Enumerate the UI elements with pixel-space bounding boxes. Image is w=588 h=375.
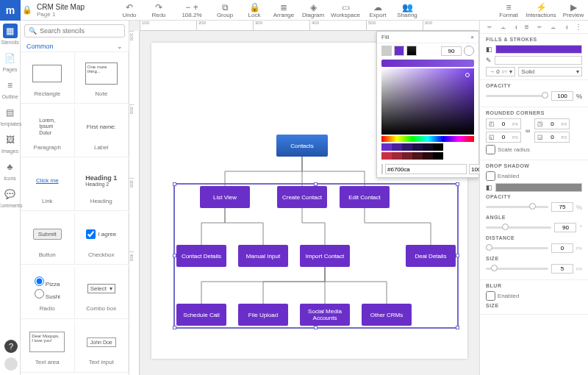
stroke-color-bar[interactable]: [495, 56, 582, 65]
shadow-color-icon: ◧: [486, 184, 492, 191]
gradient-bar[interactable]: [381, 60, 474, 67]
format-icon: ≡: [494, 2, 523, 12]
fill-none[interactable]: [381, 46, 392, 56]
corner-br[interactable]: ◲ PX: [534, 132, 570, 143]
diagram-icon: ◈: [298, 2, 328, 12]
undo-button[interactable]: ↶Undo: [115, 2, 144, 18]
chevron-down-icon: ⌄: [117, 43, 123, 50]
hue-slider[interactable]: [381, 136, 474, 142]
corner-tr[interactable]: ◳ PX: [534, 118, 570, 129]
fill-solid[interactable]: [394, 46, 404, 56]
shadow-enabled-check[interactable]: Enabled: [486, 171, 582, 181]
corner-bl[interactable]: ◱ PX: [486, 132, 521, 143]
stencil-combo[interactable]: Select▾Combo box: [75, 268, 129, 319]
stencil-checkbox[interactable]: I agreeCheckbox: [75, 213, 129, 265]
doc-title: CRM Site Map: [37, 3, 112, 11]
close-icon[interactable]: ×: [470, 34, 474, 40]
stencil-note[interactable]: One more thing...Note: [75, 52, 129, 104]
zoom-control[interactable]: − +108.2%: [173, 2, 210, 18]
preset-swatches-2[interactable]: [381, 152, 474, 160]
export-button[interactable]: ☁Export: [363, 2, 392, 18]
opacity-slider[interactable]: [486, 95, 548, 97]
interactions-icon: ⚡: [523, 2, 559, 12]
rail-icons[interactable]: ♣: [3, 160, 18, 174]
preview-button[interactable]: ▶Preview: [559, 2, 588, 18]
export-icon: ☁: [363, 2, 392, 12]
fill-popover: Fill× %: [376, 31, 479, 178]
undo-icon: ↶: [115, 2, 144, 12]
shadow-opacity-slider: [486, 206, 548, 208]
sharing-button[interactable]: 👥Sharing: [392, 2, 422, 18]
lock-button[interactable]: 🔒Lock: [240, 2, 269, 18]
opacity-ring-icon: [464, 46, 474, 56]
zoom-icon: − +: [173, 2, 210, 12]
doc-title-area[interactable]: CRM Site Map Page 1: [34, 2, 115, 18]
stencil-textarea[interactable]: Dear Moqups, I love you!Text area: [21, 321, 75, 373]
alpha-input[interactable]: [469, 164, 479, 174]
rail-templates[interactable]: ▤: [3, 105, 18, 120]
stencil-radio[interactable]: Pizza SushiRadio: [21, 268, 75, 319]
corner-tl[interactable]: ◰ PX: [486, 118, 521, 129]
doc-page: Page 1: [37, 11, 112, 18]
stroke-width[interactable]: → 0PT▾: [486, 67, 515, 76]
stencil-button[interactable]: SubmitButton: [21, 213, 75, 265]
properties-panel: ⫟⫠⫞≡⫟⫠⫞⋮ FILLS & STROKES ◧ ✎ → 0PT▾ Soli…: [479, 21, 588, 375]
stencil-paragraph[interactable]: Lorem, Ipsum DolorParagraph: [21, 106, 75, 157]
app-logo[interactable]: m: [0, 0, 21, 21]
selection-box[interactable]: [173, 183, 459, 329]
stencil-heading[interactable]: Heading 1Heading 2Heading: [75, 160, 129, 211]
stencil-rectangle[interactable]: Rectangle: [21, 52, 75, 104]
search-box[interactable]: 🔍: [24, 24, 125, 38]
arrange-icon: ≣: [269, 2, 298, 12]
arrange-button[interactable]: ≣Arrange: [269, 2, 298, 18]
rail-outline[interactable]: ≡: [3, 78, 18, 93]
help-button[interactable]: ?: [4, 340, 18, 353]
ruler-horizontal: 100200300400500600: [140, 21, 479, 31]
hex-input[interactable]: [385, 164, 467, 174]
fill-color-bar[interactable]: [495, 45, 582, 54]
current-color-swatch: [381, 164, 383, 174]
canvas[interactable]: 100200300400500600 100200300400 Contacts…: [129, 21, 479, 375]
shadow-color-bar[interactable]: [495, 183, 582, 192]
category-common[interactable]: Common⌄: [21, 41, 129, 52]
redo-button[interactable]: ↷Redo: [144, 2, 173, 18]
fill-title: Fill: [381, 34, 389, 40]
shadow-size-slider: [486, 268, 548, 270]
lock-tool-icon: 🔒: [240, 2, 269, 12]
blur-enabled-check[interactable]: Enabled: [486, 291, 582, 301]
format-button[interactable]: ≡Format: [494, 2, 523, 18]
lock-icon[interactable]: 🔒: [21, 5, 34, 15]
fill-opacity-input[interactable]: [441, 46, 462, 56]
sharing-icon: 👥: [392, 2, 422, 12]
stencil-link[interactable]: Click meLink: [21, 160, 75, 211]
stencil-textinput[interactable]: John DoeText input: [75, 321, 129, 373]
user-avatar[interactable]: [4, 357, 18, 371]
group-icon: ⧉: [210, 2, 240, 12]
workspace-button[interactable]: ▭Workspace: [328, 2, 363, 18]
opacity-value[interactable]: [551, 91, 573, 101]
top-toolbar: m 🔒 CRM Site Map Page 1 ↶Undo ↷Redo − +1…: [0, 0, 588, 21]
stencil-label[interactable]: First name:Label: [75, 106, 129, 157]
rail-stencils[interactable]: ▦: [3, 24, 18, 38]
redo-icon: ↷: [144, 2, 173, 12]
diagram-button[interactable]: ◈Diagram: [298, 2, 328, 18]
color-field[interactable]: [381, 68, 474, 135]
rail-pages[interactable]: 📄: [3, 51, 18, 65]
preset-swatches[interactable]: [381, 143, 474, 151]
group-button[interactable]: ⧉Group: [210, 2, 240, 18]
rail-images[interactable]: 🖼: [3, 132, 18, 147]
stroke-style[interactable]: Solid▾: [518, 67, 582, 76]
shadow-dist-slider: [486, 247, 548, 249]
align-icons[interactable]: ⫟⫠⫞≡⫟⫠⫞⋮: [480, 21, 588, 34]
scale-radius-check[interactable]: Scale radius: [486, 145, 582, 154]
rail-comments[interactable]: 💬: [3, 187, 18, 201]
link-corners-icon[interactable]: ∞: [526, 127, 530, 135]
preview-icon: ▶: [559, 2, 588, 12]
shadow-angle-slider: [486, 226, 551, 229]
ruler-vertical: 100200300400: [129, 31, 140, 375]
node-contacts[interactable]: Contacts: [276, 135, 328, 157]
interactions-button[interactable]: ⚡Interactions: [523, 2, 559, 18]
search-input[interactable]: [40, 27, 122, 35]
stencils-panel: 🔍 Common⌄ Rectangle One more thing...Not…: [21, 21, 129, 375]
fill-gradient[interactable]: [406, 46, 417, 56]
